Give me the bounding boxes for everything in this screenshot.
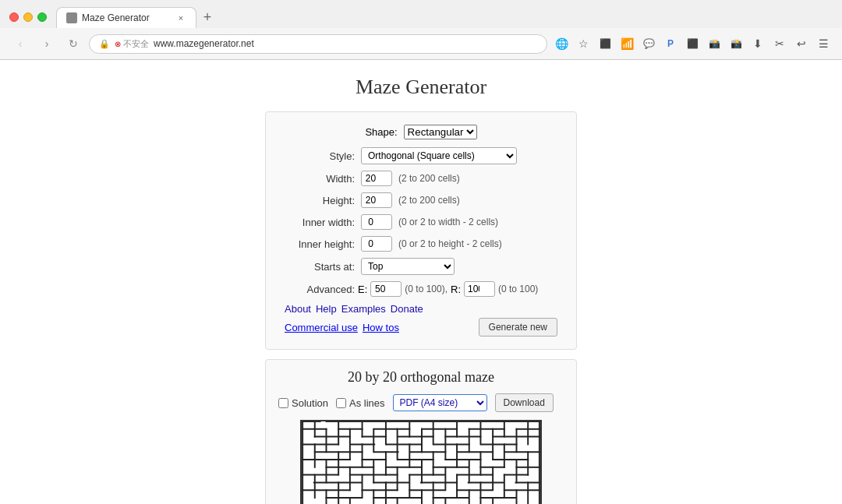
starts-at-select[interactable]: Top Bottom Left Right Random (361, 258, 455, 275)
e-hint: (0 to 100), (405, 284, 448, 294)
address-text: www.mazegenerator.net (154, 38, 254, 49)
tab-title: Maze Generator (82, 12, 171, 23)
height-label: Height: (285, 195, 355, 206)
inner-width-label: Inner width: (285, 217, 355, 228)
result-title: 20 by 20 orthogonal maze (278, 369, 564, 386)
address-bar[interactable]: 🔒 ⊗ 不安全 www.mazegenerator.net (89, 34, 547, 54)
advanced-label: Advanced: (285, 284, 355, 295)
undo-icon[interactable]: ↩ (792, 34, 811, 53)
donate-link[interactable]: Donate (391, 303, 423, 315)
r-label: R: (451, 284, 461, 295)
width-input[interactable]: 20 (361, 171, 392, 186)
wifi-icon[interactable]: 📶 (617, 34, 636, 53)
tab-favicon (66, 12, 77, 23)
height-input[interactable]: 20 (361, 192, 392, 208)
translate-icon[interactable]: 🌐 (552, 34, 571, 53)
commercial-use-link[interactable]: Commercial use (285, 322, 358, 333)
height-hint: (2 to 200 cells) (398, 195, 460, 206)
menu-icon[interactable]: ☰ (814, 34, 833, 53)
ext1-icon[interactable]: ⬛ (596, 34, 614, 53)
tab-bar: Maze Generator × + (56, 6, 833, 28)
width-label: Width: (285, 173, 355, 185)
title-bar: Maze Generator × + (0, 0, 842, 28)
active-tab[interactable]: Maze Generator × (56, 7, 196, 28)
page-title: Maze Generator (356, 76, 486, 99)
bookmark-icon[interactable]: ☆ (574, 34, 593, 53)
insecure-label: ⊗ 不安全 (115, 38, 149, 50)
download-icon[interactable]: ⬇ (748, 34, 767, 53)
minimize-window-button[interactable] (23, 12, 33, 22)
forward-button[interactable]: › (36, 33, 58, 55)
style-row: Style: Orthogonal (Square cells) Sigma (… (285, 147, 557, 164)
inner-height-input[interactable] (361, 236, 392, 252)
advanced-row: Advanced: E: (0 to 100), R: (0 to 100) (285, 281, 557, 297)
download-format-select[interactable]: PDF (A4 size) PDF (Letter size) SVG PNG … (393, 394, 487, 411)
browser-chrome: Maze Generator × + ‹ › ↻ 🔒 ⊗ 不安全 www.maz… (0, 0, 842, 60)
links-bottom: Commercial use How tos Generate new (285, 318, 557, 337)
shape-select[interactable]: Rectangular Circular Triangular Hexagona… (404, 125, 477, 139)
maze-svg (302, 421, 540, 504)
solution-checkbox[interactable] (278, 398, 288, 408)
inner-width-hint: (0 or 2 to width - 2 cells) (398, 217, 498, 227)
parking-icon[interactable]: P (661, 34, 680, 53)
r-hint: (0 to 100) (498, 284, 538, 294)
starts-at-label: Starts at: (285, 261, 355, 273)
back-button[interactable]: ‹ (9, 33, 31, 55)
r-input[interactable] (464, 281, 495, 297)
starts-at-row: Starts at: Top Bottom Left Right Random (285, 258, 557, 275)
inner-width-row: Inner width: (0 or 2 to width - 2 cells) (285, 214, 557, 230)
ext4-icon[interactable]: 📸 (727, 34, 745, 53)
links-bottom-left: Commercial use How tos (285, 322, 399, 333)
maze-container (300, 420, 542, 504)
ext3-icon[interactable]: 📸 (705, 34, 723, 53)
page-content: Maze Generator Shape: Rectangular Circul… (0, 60, 842, 504)
style-select[interactable]: Orthogonal (Square cells) Sigma (Hex cel… (361, 147, 517, 164)
width-hint: (2 to 200 cells) (398, 173, 460, 184)
height-row: Height: 20 (2 to 200 cells) (285, 192, 557, 208)
inner-width-input[interactable] (361, 214, 392, 230)
e-label: E: (358, 284, 367, 295)
toolbar-icons: 🌐 ☆ ⬛ 📶 💬 P ⬛ 📸 📸 ⬇ ✂ ↩ ☰ (552, 34, 833, 53)
generate-button[interactable]: Generate new (479, 318, 557, 337)
close-window-button[interactable] (9, 12, 19, 22)
help-link[interactable]: Help (316, 303, 337, 315)
forward-icon: › (45, 37, 49, 50)
new-tab-button[interactable]: + (196, 6, 218, 28)
warning-icon: ⊗ (115, 40, 121, 48)
tab-close-button[interactable]: × (175, 12, 186, 23)
e-input[interactable] (370, 281, 402, 297)
ext2-icon[interactable]: ⬛ (683, 34, 702, 53)
download-button[interactable]: Download (495, 393, 554, 412)
inner-height-row: Inner height: (0 or 2 to height - 2 cell… (285, 236, 557, 252)
links-row: About Help Examples Donate (285, 303, 557, 315)
style-label: Style: (285, 150, 355, 162)
inner-height-hint: (0 or 2 to height - 2 cells) (398, 238, 502, 249)
cut-icon[interactable]: ✂ (770, 34, 789, 53)
solution-label[interactable]: Solution (278, 397, 328, 409)
maximize-window-button[interactable] (37, 12, 47, 22)
security-icon: 🔒 (99, 39, 110, 49)
config-panel: Shape: Rectangular Circular Triangular H… (265, 111, 577, 350)
shape-label: Shape: (365, 126, 397, 138)
about-link[interactable]: About (285, 303, 311, 315)
download-row: Solution As lines PDF (A4 size) PDF (Let… (278, 393, 564, 412)
as-lines-checkbox[interactable] (336, 398, 346, 408)
examples-link[interactable]: Examples (341, 303, 386, 315)
browser-toolbar: ‹ › ↻ 🔒 ⊗ 不安全 www.mazegenerator.net 🌐 ☆ … (0, 28, 842, 59)
shape-row: Shape: Rectangular Circular Triangular H… (285, 125, 557, 139)
chat-icon[interactable]: 💬 (639, 34, 658, 53)
result-panel: 20 by 20 orthogonal maze Solution As lin… (265, 359, 577, 504)
traffic-lights (9, 12, 47, 22)
width-row: Width: 20 (2 to 200 cells) (285, 171, 557, 186)
inner-height-label: Inner height: (285, 238, 355, 250)
how-tos-link[interactable]: How tos (363, 322, 399, 333)
refresh-icon: ↻ (69, 37, 78, 50)
back-icon: ‹ (19, 37, 23, 50)
refresh-button[interactable]: ↻ (62, 33, 84, 55)
as-lines-label[interactable]: As lines (336, 397, 385, 409)
